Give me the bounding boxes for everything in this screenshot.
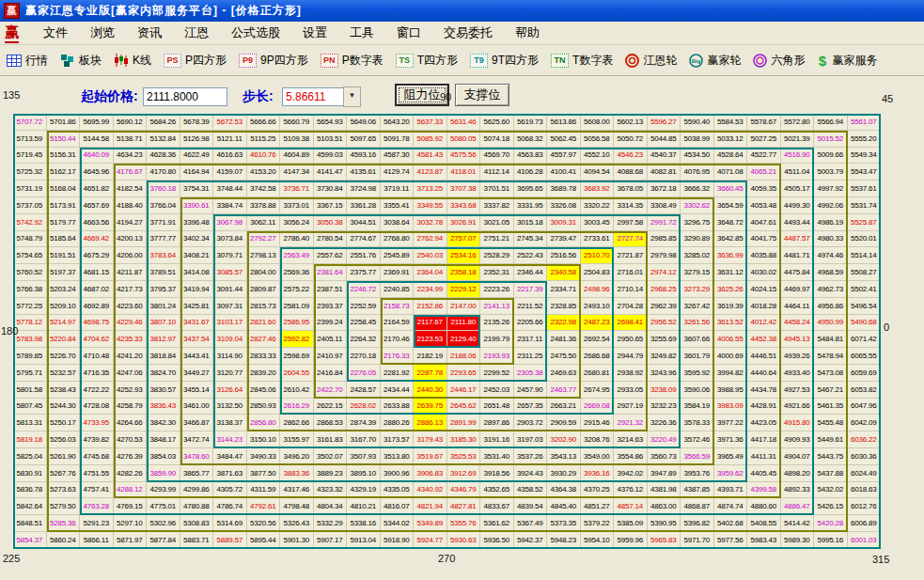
price-cell: 3191.16 [480,431,514,448]
price-cell: 2698.41 [614,315,648,332]
price-cell: 2299.52 [480,365,514,382]
price-cell: 2287.78 [414,365,447,382]
price-cell: 3848.17 [147,431,180,448]
price-cell: 4921.66 [781,399,815,415]
price-cell: 2182.19 [414,348,447,365]
price-cell: 5273.63 [47,482,81,499]
toolbar-button-板块[interactable]: 板块 [60,53,102,69]
price-cell: 3689.78 [547,180,581,197]
price-cell: 3566.59 [681,448,714,465]
menu-item-江恩[interactable]: 江恩 [184,24,209,41]
price-cell: 5385.09 [614,515,648,532]
toolbar-button-行情[interactable]: 行情 [7,53,48,69]
price-cell: 5819.18 [13,431,47,448]
price-cell: 3484.47 [213,448,247,465]
price-cell: 5877.84 [147,532,180,549]
price-cell: 4816.07 [381,498,415,515]
price-cell: 5432.02 [814,482,848,499]
price-cell: 4282.26 [114,465,148,482]
svg-text:$: $ [819,54,827,68]
price-cell: 2405.11 [314,331,348,348]
price-cell: 3384.74 [213,197,247,214]
support-button[interactable]: 支撑位 [455,84,509,106]
price-cell: 5901.30 [280,532,314,549]
price-cell: 3507.93 [347,448,381,465]
price-cell: 6047.96 [848,399,882,415]
price-cell: 5355.76 [447,515,481,532]
price-cell: 3971.36 [714,431,748,448]
price-cell: 3202.90 [547,431,581,448]
toolbar-button-9P四方形[interactable]: P99P四方形 [239,53,308,69]
menu-item-设置[interactable]: 设置 [303,24,327,41]
toolbar-button-六角形[interactable]: 六角形 [753,53,805,69]
price-cell: 3443.41 [180,348,214,365]
price-cell: 4211.87 [114,264,148,281]
price-cell: 3390.61 [180,197,214,214]
toolbar-button-9T四方形[interactable]: T99T四方形 [470,53,539,69]
price-cell: 2493.10 [581,298,615,315]
price-cell: 3155.97 [280,431,314,448]
price-cell: 5332.29 [314,515,348,532]
price-cell: 3402.34 [180,231,214,248]
price-cell: 4035.88 [747,247,781,264]
toolbar-button-江恩轮[interactable]: 江恩轮 [625,53,677,69]
price-cell: 4176.67 [114,164,148,180]
menu-item-资讯[interactable]: 资讯 [137,24,162,41]
price-cell: 4874.74 [714,498,748,515]
price-cell: 2891.99 [447,415,481,431]
price-cell: 4868.87 [681,498,714,515]
toolbar-button-T数字表[interactable]: TNT数字表 [551,53,613,69]
price-cell: 5514.14 [848,247,882,264]
toolbar-button-P数字表[interactable]: PNP数字表 [321,53,384,69]
toolbar-label: 9T四方形 [492,53,539,69]
price-cell: 2997.58 [614,214,648,231]
toolbar-button-T四方形[interactable]: TST四方形 [396,53,458,69]
toolbar-label: 赢家轮 [707,53,741,69]
menu-item-文件[interactable]: 文件 [43,24,68,41]
menu-item-窗口[interactable]: 窗口 [397,24,421,41]
price-cell: 5103.51 [314,131,348,148]
menu-item-帮助[interactable]: 帮助 [515,24,540,41]
price-cell: 2258.45 [347,315,381,332]
price-cell: 2234.99 [414,281,447,298]
menu-item-交易委托[interactable]: 交易委托 [444,24,493,41]
start-price-input[interactable]: 2111.8000 [143,87,227,106]
price-cell: 3789.51 [147,264,180,281]
price-cell: 3771.91 [147,214,180,231]
toolbar-label: T数字表 [572,53,613,69]
toolbar-button-赢家服务[interactable]: $赢家服务 [817,53,877,69]
toolbar-label: 赢家服务 [832,53,877,69]
price-cell: 3560.73 [648,448,681,465]
price-cell: 2710.14 [614,281,648,298]
price-cell: 4821.94 [414,498,447,515]
price-cell: 3496.20 [280,448,314,465]
price-cell: 3625.26 [714,281,748,298]
menu-item-浏览[interactable]: 浏览 [90,24,115,41]
step-dropdown-arrow-icon[interactable]: ▼ [343,86,361,107]
price-cell: 4792.61 [247,498,281,515]
price-cell: 5197.37 [47,264,81,281]
price-cell: 4030.02 [747,264,781,281]
price-cell: 5156.31 [47,148,81,165]
price-cell: 2504.83 [581,264,615,281]
toolbar-button-P四方形[interactable]: PSP四方形 [164,53,227,69]
price-cell: 2680.81 [581,365,615,382]
badge-p9-icon: P9 [239,54,257,68]
toolbar-button-K线[interactable]: K线 [114,53,151,69]
step-combobox[interactable]: 5.86611 [282,87,344,106]
price-cell: 4710.48 [80,348,114,365]
price-cell: 3179.43 [414,431,447,448]
menu-item-工具[interactable]: 工具 [350,24,374,41]
price-cell: 3032.78 [414,214,447,231]
price-cell: 5238.43 [47,382,81,399]
price-cell: 5250.17 [47,415,81,431]
price-cell: 2610.42 [280,382,314,399]
price-cell: 2792.27 [247,231,281,248]
price-cell: 2311.25 [514,348,548,365]
price-cell: 3994.82 [714,365,748,382]
price-cell: 4587.30 [381,148,415,165]
toolbar-button-赢家轮[interactable]: Big赢家轮 [689,53,741,69]
price-cell: 5690.12 [114,114,148,131]
price-cell: 2856.80 [247,415,281,431]
menu-item-公式选股[interactable]: 公式选股 [231,24,280,41]
